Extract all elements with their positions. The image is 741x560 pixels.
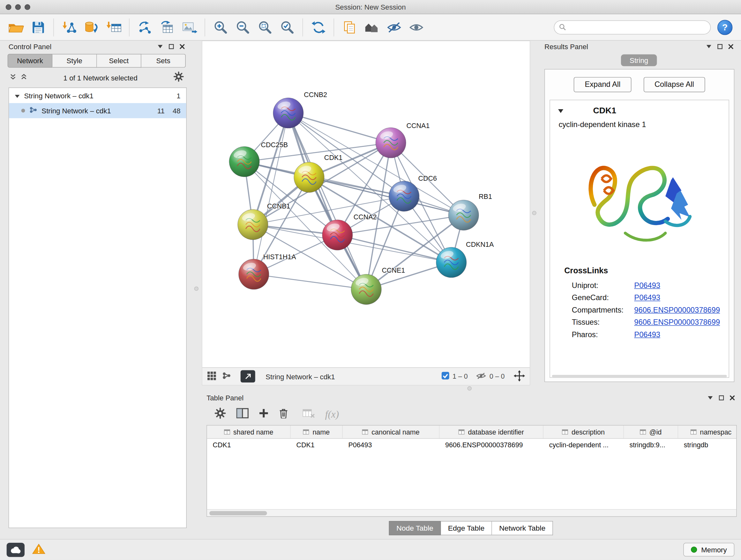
column-header-namespac[interactable]: namespac xyxy=(678,426,736,438)
collapse-caret-icon[interactable] xyxy=(557,107,563,115)
column-header-database-identifier[interactable]: database identifier xyxy=(440,426,543,438)
birdseye-grid-icon[interactable] xyxy=(207,371,217,382)
horizontal-splitter-handle[interactable] xyxy=(468,386,472,390)
column-header-name[interactable]: name xyxy=(291,426,343,438)
home-overview-button[interactable] xyxy=(360,17,383,38)
network-collection-row[interactable]: String Network – cdk1 1 xyxy=(9,88,186,103)
crosslink-link-pharos[interactable]: P06493 xyxy=(634,330,660,339)
export-image-button[interactable] xyxy=(178,17,200,38)
open-session-button[interactable] xyxy=(5,17,27,38)
tab-select[interactable]: Select xyxy=(97,54,141,68)
tab-style[interactable]: Style xyxy=(52,54,97,68)
tab-network[interactable]: Network xyxy=(8,54,53,68)
cloud-button[interactable] xyxy=(7,543,24,557)
table-row[interactable]: CDK1CDK1P064939606.ENSP00000378699cyclin… xyxy=(207,439,737,452)
warning-button[interactable] xyxy=(32,543,45,556)
hidden-eye-slash-icon[interactable] xyxy=(476,372,486,381)
crosslink-link-genecard[interactable]: P06493 xyxy=(634,294,660,302)
network-node-ccna1[interactable] xyxy=(376,128,406,158)
close-panel-icon[interactable] xyxy=(728,44,733,49)
copy-document-button[interactable] xyxy=(338,17,360,38)
add-column-icon[interactable] xyxy=(259,408,269,420)
network-node-ccnb2[interactable] xyxy=(273,98,304,128)
network-canvas[interactable]: CCNB2CCNA1CDC25BCDK1CDC6RB1CCNB1CCNA2CDK… xyxy=(202,41,530,368)
collapse-all-button[interactable]: Collapse All xyxy=(644,77,705,92)
left-splitter-handle[interactable] xyxy=(194,287,199,291)
collapse-all-networks-icon[interactable] xyxy=(10,73,17,82)
network-edge[interactable] xyxy=(288,113,391,143)
crosslink-link-uniprot[interactable]: P06493 xyxy=(634,281,660,290)
table-tab-network-table[interactable]: Network Table xyxy=(492,521,553,535)
search-input[interactable] xyxy=(569,23,705,31)
results-panel-title: Results Panel xyxy=(544,43,588,51)
protein-section-header[interactable]: CDK1 xyxy=(550,100,729,120)
column-header-description[interactable]: description xyxy=(543,426,624,438)
clone-network-button[interactable] xyxy=(156,17,179,38)
table-tab-edge-table[interactable]: Edge Table xyxy=(441,521,492,535)
maximize-panel-icon[interactable] xyxy=(719,395,724,400)
show-graphics-details-button[interactable] xyxy=(405,17,427,38)
right-splitter-handle[interactable] xyxy=(532,211,536,215)
column-type-icon xyxy=(303,429,309,435)
tab-string[interactable]: String xyxy=(621,54,657,66)
network-node-hist1h1a[interactable] xyxy=(239,259,269,290)
crosslink-link-tissues[interactable]: 9606.ENSP00000378699 xyxy=(634,318,720,327)
expand-all-button[interactable]: Expand All xyxy=(574,77,631,92)
scrollbar-thumb[interactable] xyxy=(209,511,267,515)
close-panel-icon[interactable] xyxy=(730,395,735,400)
minimize-window-button[interactable] xyxy=(15,4,21,10)
select-columns-icon[interactable] xyxy=(236,408,249,421)
network-edge[interactable] xyxy=(254,274,366,289)
selected-checkbox-icon[interactable] xyxy=(441,372,449,381)
crosslink-link-compartments[interactable]: 9606.ENSP00000378699 xyxy=(634,306,720,314)
table-settings-gear-icon[interactable] xyxy=(214,408,226,421)
results-scrollbar[interactable] xyxy=(552,375,727,377)
new-network-from-selection-button[interactable] xyxy=(134,17,156,38)
maximize-panel-icon[interactable] xyxy=(718,44,723,49)
pan-crosshair-icon[interactable] xyxy=(514,370,525,383)
column-header-id[interactable]: @id xyxy=(624,426,678,438)
close-panel-icon[interactable] xyxy=(180,44,185,49)
memory-button[interactable]: Memory xyxy=(683,543,734,557)
import-table-from-file-button[interactable] xyxy=(103,17,125,38)
network-node-ccna2[interactable] xyxy=(322,220,353,250)
network-row[interactable]: String Network – cdk1 11 48 xyxy=(9,103,186,118)
import-network-from-file-button[interactable] xyxy=(58,17,80,38)
network-edge[interactable] xyxy=(288,113,366,289)
network-edge[interactable] xyxy=(254,113,288,274)
network-node-cdc6[interactable] xyxy=(389,181,419,211)
float-panel-icon[interactable] xyxy=(706,44,712,49)
network-node-ccne1[interactable] xyxy=(351,274,381,305)
apply-layout-button[interactable] xyxy=(307,17,330,38)
save-session-button[interactable] xyxy=(27,17,49,38)
tab-sets[interactable]: Sets xyxy=(141,54,186,68)
close-window-button[interactable] xyxy=(6,4,11,10)
table-tab-node-table[interactable]: Node Table xyxy=(389,521,441,535)
delete-column-trash-icon[interactable] xyxy=(279,408,288,421)
help-button[interactable]: ? xyxy=(718,19,732,35)
zoom-out-button[interactable] xyxy=(232,17,254,38)
column-header-canonical-name[interactable]: canonical name xyxy=(343,426,440,438)
import-network-from-database-button[interactable] xyxy=(80,17,103,38)
network-node-cdc25b[interactable] xyxy=(229,146,259,177)
zoom-fit-button[interactable] xyxy=(254,17,276,38)
network-options-gear-icon[interactable] xyxy=(173,71,184,84)
zoom-selected-button[interactable] xyxy=(276,17,298,38)
table-horizontal-scrollbar[interactable] xyxy=(207,509,737,516)
network-node-cdkn1a[interactable] xyxy=(436,247,467,277)
hide-graphics-details-button[interactable] xyxy=(383,17,405,38)
float-panel-icon[interactable] xyxy=(708,395,713,400)
zoom-window-button[interactable] xyxy=(24,4,30,10)
network-node-cdk1[interactable] xyxy=(294,162,324,192)
maximize-panel-icon[interactable] xyxy=(169,44,174,49)
open-in-new-window-button[interactable] xyxy=(241,370,255,383)
column-header-shared-name[interactable]: shared name xyxy=(207,426,291,438)
share-network-icon[interactable] xyxy=(222,372,231,381)
expand-all-networks-icon[interactable] xyxy=(20,73,27,82)
network-node-rb1[interactable] xyxy=(448,200,479,230)
tree-caret-icon[interactable] xyxy=(15,91,20,100)
zoom-in-button[interactable] xyxy=(209,17,232,38)
float-panel-icon[interactable] xyxy=(157,44,163,49)
network-node-ccnb1[interactable] xyxy=(238,209,268,240)
toolbar-search xyxy=(554,20,711,34)
